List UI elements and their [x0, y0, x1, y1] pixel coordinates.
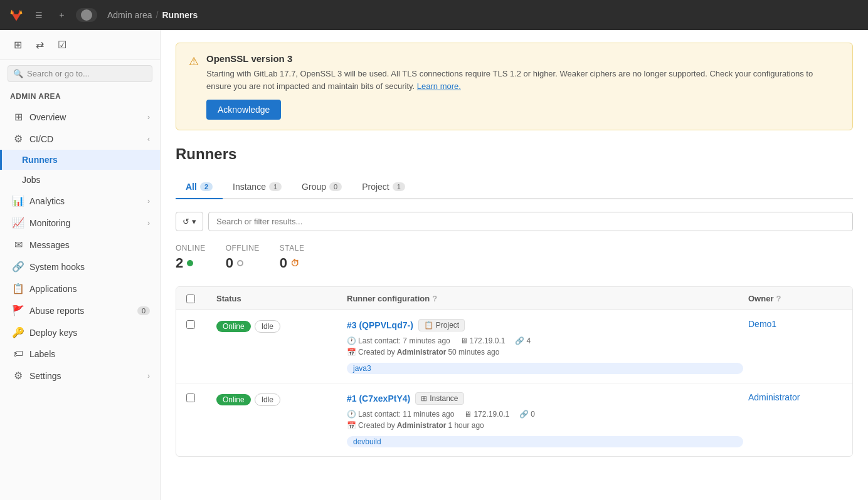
- cicd-icon: ⚙: [12, 133, 24, 145]
- row1-runner-info: #3 (QPPVLqd7-) 📋 Project 🕐 Last contact:…: [347, 319, 743, 374]
- row2-checkbox[interactable]: [186, 393, 195, 402]
- table-row: Online Idle #3 (QPPVLqd7-) 📋 Project 🕐: [176, 310, 852, 383]
- sidebar-item-deploy-keys[interactable]: 🔑 Deploy keys: [0, 321, 160, 343]
- sidebar-item-label: Monitoring: [29, 218, 70, 228]
- page-title: Runners: [176, 145, 853, 163]
- filter-dropdown[interactable]: ↺ ▾: [176, 212, 203, 231]
- system-hooks-icon: 🔗: [12, 261, 24, 273]
- row2-online-badge: Online: [216, 394, 251, 405]
- sidebar-item-applications[interactable]: 📋 Applications: [0, 278, 160, 299]
- filter-bar: ↺ ▾: [176, 212, 853, 231]
- row1-checkbox[interactable]: [186, 320, 195, 329]
- row1-runner-id-link[interactable]: #3 (QPPVLqd7-): [347, 320, 413, 330]
- sidebar-item-monitoring[interactable]: 📈 Monitoring ›: [0, 212, 160, 234]
- active-tab[interactable]: [76, 8, 97, 22]
- row2-runner-title: #1 (C7xexPtY4) ⊞ Instance: [347, 392, 743, 405]
- row1-checkbox-col: [186, 319, 211, 329]
- acknowledge-button[interactable]: Acknowledge: [206, 100, 281, 120]
- sidebar-item-messages[interactable]: ✉ Messages: [0, 234, 160, 256]
- stale-value: 0 ⏱: [280, 255, 305, 271]
- runners-label: Runners: [22, 155, 58, 165]
- server-icon: 🖥: [460, 336, 468, 345]
- header-runner-config: Runner configuration ?: [347, 294, 743, 303]
- monitoring-icon: 📈: [12, 217, 24, 229]
- sidebar-toggle-btn[interactable]: ☰: [30, 8, 48, 23]
- stale-label: Stale: [280, 244, 305, 253]
- sidebar-search-area: 🔍 Search or go to...: [0, 60, 160, 87]
- search-placeholder: Search or go to...: [27, 69, 90, 78]
- runners-table: Status Runner configuration ? Owner ? On…: [176, 286, 853, 457]
- analytics-arrow-icon: ›: [147, 197, 150, 206]
- sidebar-icon-tasks[interactable]: ☑: [51, 35, 73, 55]
- sidebar-item-system-hooks[interactable]: 🔗 System hooks: [0, 256, 160, 278]
- sidebar-item-settings[interactable]: ⚙ Settings ›: [0, 365, 160, 387]
- sidebar-item-label: Labels: [29, 349, 55, 359]
- row1-owner[interactable]: Demo1: [748, 319, 842, 329]
- tab-project-count: 1: [393, 182, 405, 191]
- runners-tabs: All 2 Instance 1 Group 0 Project 1: [176, 175, 853, 199]
- tab-instance-label: Instance: [233, 182, 266, 192]
- online-dot: [187, 260, 193, 266]
- row2-type-badge: ⊞ Instance: [415, 392, 463, 405]
- sidebar-item-cicd[interactable]: ⚙ CI/CD ‹: [0, 128, 160, 150]
- row2-type-icon: ⊞: [421, 394, 427, 403]
- online-label: Online: [176, 244, 206, 253]
- tab-instance-count: 1: [269, 182, 282, 191]
- row1-type-icon: 📋: [424, 321, 433, 330]
- sidebar-icon-grid[interactable]: ⊞: [8, 35, 28, 55]
- stat-stale: Stale 0 ⏱: [280, 244, 305, 271]
- breadcrumb-parent[interactable]: Admin area: [107, 10, 152, 20]
- filter-search-input[interactable]: [208, 212, 853, 231]
- calendar-icon: 📅: [347, 421, 356, 430]
- header-status: Status: [216, 294, 342, 303]
- sidebar-item-label: CI/CD: [29, 134, 53, 144]
- row1-type-badge: 📋 Project: [418, 319, 465, 331]
- tab-instance[interactable]: Instance 1: [223, 175, 292, 199]
- owner-help-icon[interactable]: ?: [776, 294, 781, 303]
- sidebar-item-label: Messages: [29, 240, 70, 250]
- offline-label: Offline: [226, 244, 260, 253]
- row2-runner-id-link[interactable]: #1 (C7xexPtY4): [347, 393, 410, 404]
- sidebar-item-jobs[interactable]: Jobs: [0, 170, 160, 190]
- stat-offline: Offline 0: [226, 244, 260, 271]
- row2-status-col: Online Idle: [216, 392, 342, 406]
- tab-group[interactable]: Group 0: [292, 175, 352, 199]
- row1-created-text: 📅 Created by Administrator 50 minutes ag…: [347, 348, 499, 357]
- search-box[interactable]: 🔍 Search or go to...: [8, 65, 152, 82]
- applications-icon: 📋: [12, 283, 24, 294]
- alert-learn-more-link[interactable]: Learn more.: [417, 81, 461, 91]
- messages-icon: ✉: [12, 239, 24, 251]
- row1-runner-title: #3 (QPPVLqd7-) 📋 Project: [347, 319, 743, 331]
- server-icon: 🖥: [464, 410, 472, 419]
- overview-icon: ⊞: [12, 111, 24, 123]
- jobs-label: Jobs: [22, 175, 41, 185]
- topbar: ☰ ＋ Admin area / Runners: [0, 0, 868, 30]
- tab-project[interactable]: Project 1: [352, 175, 415, 199]
- row1-online-badge: Online: [216, 321, 251, 332]
- row2-last-contact: 🕐 Last contact: 11 minutes ago: [347, 410, 454, 419]
- abuse-reports-badge: 0: [137, 306, 150, 315]
- select-all-checkbox[interactable]: [186, 294, 195, 303]
- main-content: ⚠ OpenSSL version 3 Starting with GitLab…: [161, 30, 868, 500]
- sidebar-item-analytics[interactable]: 📊 Analytics ›: [0, 190, 160, 212]
- labels-icon: 🏷: [12, 348, 24, 360]
- tab-all-count: 2: [200, 182, 213, 191]
- sidebar-section-title: Admin area: [0, 87, 160, 106]
- sidebar: ⊞ ⇄ ☑ 🔍 Search or go to... Admin area ⊞ …: [0, 30, 161, 500]
- tab-all[interactable]: All 2: [176, 175, 223, 199]
- sidebar-icon-merge[interactable]: ⇄: [29, 35, 50, 55]
- sidebar-item-abuse-reports[interactable]: 🚩 Abuse reports 0: [0, 299, 160, 321]
- sidebar-item-overview[interactable]: ⊞ Overview ›: [0, 106, 160, 128]
- new-item-btn[interactable]: ＋: [53, 7, 71, 23]
- runner-config-help-icon[interactable]: ?: [432, 294, 437, 303]
- row2-checkbox-col: [186, 392, 211, 402]
- row1-last-contact: 🕐 Last contact: 7 minutes ago: [347, 336, 450, 345]
- alert-content: OpenSSL version 3 Starting with GitLab 1…: [206, 53, 840, 120]
- sidebar-item-runners[interactable]: Runners: [0, 150, 160, 170]
- stale-dot: ⏱: [291, 259, 299, 267]
- sidebar-item-labels[interactable]: 🏷 Labels: [0, 343, 160, 365]
- sidebar-item-label: Applications: [29, 284, 77, 294]
- gitlab-logo[interactable]: [8, 6, 25, 24]
- row2-owner[interactable]: Administrator: [748, 392, 842, 402]
- settings-icon: ⚙: [12, 370, 24, 382]
